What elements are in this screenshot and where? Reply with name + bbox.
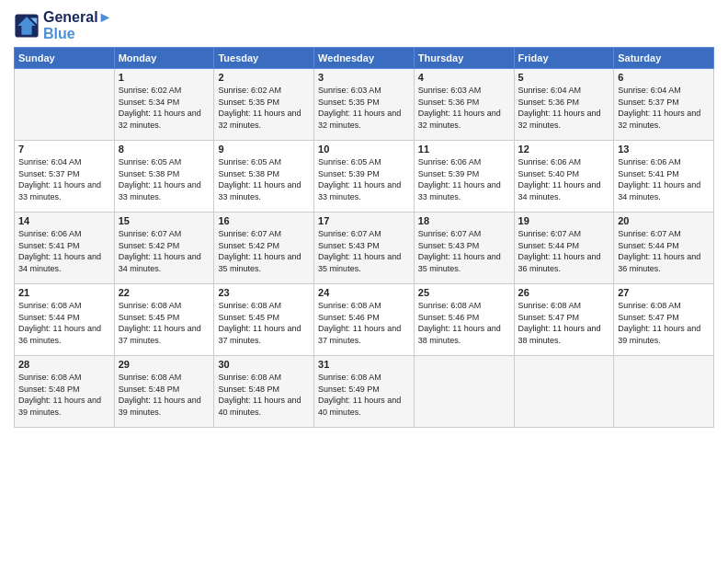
day-number: 22: [119, 287, 210, 298]
calendar-day-cell: 16Sunrise: 6:07 AMSunset: 5:42 PMDayligh…: [214, 213, 314, 284]
calendar-day-cell: 8Sunrise: 6:05 AMSunset: 5:38 PMDaylight…: [114, 141, 214, 213]
day-info: Sunrise: 6:03 AMSunset: 5:35 PMDaylight:…: [318, 85, 410, 131]
day-number: 11: [418, 144, 510, 155]
day-info: Sunrise: 6:08 AMSunset: 5:45 PMDaylight:…: [119, 300, 210, 346]
day-info: Sunrise: 6:08 AMSunset: 5:44 PMDaylight:…: [18, 300, 110, 346]
calendar-header-cell: Tuesday: [214, 48, 314, 69]
day-info: Sunrise: 6:07 AMSunset: 5:43 PMDaylight:…: [318, 228, 410, 274]
day-number: 18: [418, 215, 510, 226]
day-info: Sunrise: 6:04 AMSunset: 5:36 PMDaylight:…: [518, 85, 610, 131]
calendar-week-row: 21Sunrise: 6:08 AMSunset: 5:44 PMDayligh…: [15, 284, 714, 356]
calendar-day-cell: 22Sunrise: 6:08 AMSunset: 5:45 PMDayligh…: [114, 284, 214, 356]
calendar-day-cell: 4Sunrise: 6:03 AMSunset: 5:36 PMDaylight…: [414, 69, 514, 141]
day-number: 25: [418, 287, 510, 298]
calendar-day-cell: 20Sunrise: 6:07 AMSunset: 5:44 PMDayligh…: [614, 213, 714, 284]
day-number: 19: [518, 215, 610, 226]
day-info: Sunrise: 6:08 AMSunset: 5:48 PMDaylight:…: [218, 372, 310, 418]
calendar-day-cell: 29Sunrise: 6:08 AMSunset: 5:48 PMDayligh…: [114, 356, 214, 428]
day-info: Sunrise: 6:08 AMSunset: 5:46 PMDaylight:…: [418, 300, 510, 346]
day-number: 3: [318, 72, 410, 83]
logo-text: General► Blue: [43, 9, 112, 41]
day-number: 27: [618, 287, 710, 298]
calendar-day-cell: 9Sunrise: 6:05 AMSunset: 5:38 PMDaylight…: [214, 141, 314, 213]
day-info: Sunrise: 6:05 AMSunset: 5:38 PMDaylight:…: [218, 156, 310, 202]
day-number: 13: [618, 144, 710, 155]
day-info: Sunrise: 6:08 AMSunset: 5:47 PMDaylight:…: [518, 300, 610, 346]
calendar-day-cell: 27Sunrise: 6:08 AMSunset: 5:47 PMDayligh…: [614, 284, 714, 356]
day-number: 24: [318, 287, 410, 298]
calendar-day-cell: [414, 356, 514, 428]
day-info: Sunrise: 6:06 AMSunset: 5:41 PMDaylight:…: [618, 156, 710, 202]
day-info: Sunrise: 6:03 AMSunset: 5:36 PMDaylight:…: [418, 85, 510, 131]
calendar-week-row: 14Sunrise: 6:06 AMSunset: 5:41 PMDayligh…: [15, 213, 714, 284]
calendar-day-cell: 14Sunrise: 6:06 AMSunset: 5:41 PMDayligh…: [15, 213, 115, 284]
logo: General► Blue: [14, 9, 112, 41]
calendar-day-cell: 2Sunrise: 6:02 AMSunset: 5:35 PMDaylight…: [214, 69, 314, 141]
calendar-day-cell: 15Sunrise: 6:07 AMSunset: 5:42 PMDayligh…: [114, 213, 214, 284]
logo-icon: [14, 13, 40, 39]
day-info: Sunrise: 6:08 AMSunset: 5:47 PMDaylight:…: [618, 300, 710, 346]
calendar-week-row: 1Sunrise: 6:02 AMSunset: 5:34 PMDaylight…: [15, 69, 714, 141]
calendar-day-cell: 17Sunrise: 6:07 AMSunset: 5:43 PMDayligh…: [314, 213, 415, 284]
day-number: 7: [18, 144, 110, 155]
calendar-day-cell: 30Sunrise: 6:08 AMSunset: 5:48 PMDayligh…: [214, 356, 314, 428]
calendar-header-cell: Friday: [514, 48, 614, 69]
day-number: 8: [119, 144, 210, 155]
calendar-day-cell: 23Sunrise: 6:08 AMSunset: 5:45 PMDayligh…: [214, 284, 314, 356]
calendar-header-row: SundayMondayTuesdayWednesdayThursdayFrid…: [15, 48, 714, 69]
calendar-day-cell: 12Sunrise: 6:06 AMSunset: 5:40 PMDayligh…: [514, 141, 614, 213]
day-number: 17: [318, 215, 410, 226]
day-info: Sunrise: 6:07 AMSunset: 5:44 PMDaylight:…: [618, 228, 710, 274]
day-number: 30: [218, 359, 310, 370]
day-info: Sunrise: 6:08 AMSunset: 5:48 PMDaylight:…: [119, 372, 210, 418]
day-info: Sunrise: 6:04 AMSunset: 5:37 PMDaylight:…: [18, 156, 110, 202]
calendar-day-cell: 21Sunrise: 6:08 AMSunset: 5:44 PMDayligh…: [15, 284, 115, 356]
calendar-day-cell: 5Sunrise: 6:04 AMSunset: 5:36 PMDaylight…: [514, 69, 614, 141]
day-info: Sunrise: 6:08 AMSunset: 5:45 PMDaylight:…: [218, 300, 310, 346]
day-info: Sunrise: 6:08 AMSunset: 5:48 PMDaylight:…: [18, 372, 110, 418]
calendar-day-cell: [15, 69, 115, 141]
day-info: Sunrise: 6:06 AMSunset: 5:39 PMDaylight:…: [418, 156, 510, 202]
calendar-day-cell: 11Sunrise: 6:06 AMSunset: 5:39 PMDayligh…: [414, 141, 514, 213]
calendar-table: SundayMondayTuesdayWednesdayThursdayFrid…: [14, 47, 714, 428]
day-number: 28: [18, 359, 110, 370]
calendar-day-cell: 24Sunrise: 6:08 AMSunset: 5:46 PMDayligh…: [314, 284, 415, 356]
day-info: Sunrise: 6:05 AMSunset: 5:38 PMDaylight:…: [119, 156, 210, 202]
day-number: 6: [618, 72, 710, 83]
day-info: Sunrise: 6:04 AMSunset: 5:37 PMDaylight:…: [618, 85, 710, 131]
day-number: 14: [18, 215, 110, 226]
day-number: 1: [119, 72, 210, 83]
day-number: 29: [119, 359, 210, 370]
day-number: 16: [218, 215, 310, 226]
calendar-day-cell: 1Sunrise: 6:02 AMSunset: 5:34 PMDaylight…: [114, 69, 214, 141]
calendar-day-cell: 28Sunrise: 6:08 AMSunset: 5:48 PMDayligh…: [15, 356, 115, 428]
day-number: 9: [218, 144, 310, 155]
day-number: 2: [218, 72, 310, 83]
day-info: Sunrise: 6:02 AMSunset: 5:35 PMDaylight:…: [218, 85, 310, 131]
day-info: Sunrise: 6:07 AMSunset: 5:43 PMDaylight:…: [418, 228, 510, 274]
calendar-day-cell: 10Sunrise: 6:05 AMSunset: 5:39 PMDayligh…: [314, 141, 415, 213]
day-number: 23: [218, 287, 310, 298]
day-number: 31: [318, 359, 410, 370]
day-info: Sunrise: 6:06 AMSunset: 5:41 PMDaylight:…: [18, 228, 110, 274]
header: General► Blue: [14, 9, 714, 41]
day-number: 26: [518, 287, 610, 298]
calendar-header-cell: Thursday: [414, 48, 514, 69]
calendar-day-cell: 26Sunrise: 6:08 AMSunset: 5:47 PMDayligh…: [514, 284, 614, 356]
calendar-day-cell: 7Sunrise: 6:04 AMSunset: 5:37 PMDaylight…: [15, 141, 115, 213]
calendar-day-cell: 19Sunrise: 6:07 AMSunset: 5:44 PMDayligh…: [514, 213, 614, 284]
day-info: Sunrise: 6:08 AMSunset: 5:49 PMDaylight:…: [318, 372, 410, 418]
calendar-header-cell: Sunday: [15, 48, 115, 69]
day-number: 5: [518, 72, 610, 83]
calendar-week-row: 28Sunrise: 6:08 AMSunset: 5:48 PMDayligh…: [15, 356, 714, 428]
day-number: 21: [18, 287, 110, 298]
day-info: Sunrise: 6:07 AMSunset: 5:42 PMDaylight:…: [218, 228, 310, 274]
calendar-header-cell: Saturday: [614, 48, 714, 69]
calendar-day-cell: 13Sunrise: 6:06 AMSunset: 5:41 PMDayligh…: [614, 141, 714, 213]
calendar-day-cell: 3Sunrise: 6:03 AMSunset: 5:35 PMDaylight…: [314, 69, 415, 141]
day-info: Sunrise: 6:08 AMSunset: 5:46 PMDaylight:…: [318, 300, 410, 346]
day-number: 10: [318, 144, 410, 155]
day-info: Sunrise: 6:02 AMSunset: 5:34 PMDaylight:…: [119, 85, 210, 131]
main-container: General► Blue SundayMondayTuesdayWednesd…: [0, 0, 728, 437]
calendar-day-cell: 25Sunrise: 6:08 AMSunset: 5:46 PMDayligh…: [414, 284, 514, 356]
